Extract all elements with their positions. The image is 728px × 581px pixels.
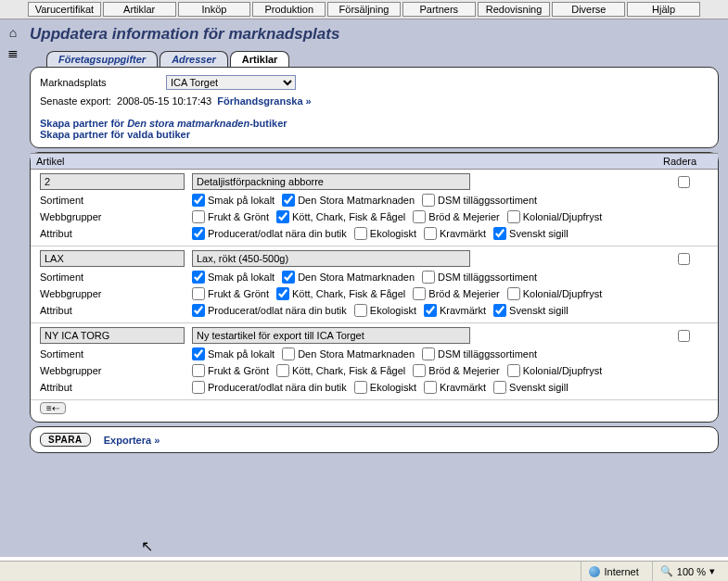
sortiment-checkbox[interactable] xyxy=(192,271,205,284)
sortiment-checkbox[interactable] xyxy=(282,271,295,284)
attribut-checkbox[interactable] xyxy=(493,304,506,317)
menu-redovisning[interactable]: Redovisning xyxy=(478,2,551,17)
sortiment-checkbox[interactable] xyxy=(282,194,295,207)
webbgrupper-checkbox[interactable] xyxy=(413,210,426,223)
webbgrupper-option[interactable]: Bröd & Mejerier xyxy=(413,287,499,300)
webbgrupper-checkbox[interactable] xyxy=(507,364,520,377)
export-link[interactable]: Exportera » xyxy=(104,435,160,446)
sortiment-checkbox[interactable] xyxy=(422,347,435,360)
webbgrupper-option[interactable]: Frukt & Grönt xyxy=(192,287,269,300)
menu-produktion[interactable]: Produktion xyxy=(252,2,326,17)
webbgrupper-checkbox[interactable] xyxy=(192,210,205,223)
attribut-checkbox[interactable] xyxy=(192,227,205,240)
delete-checkbox[interactable] xyxy=(678,176,690,188)
attribut-checkbox[interactable] xyxy=(424,304,437,317)
webbgrupper-checkbox[interactable] xyxy=(276,210,289,223)
attribut-option[interactable]: Kravmärkt xyxy=(424,227,486,240)
tab-företagsuppgifter[interactable]: Företagsuppgifter xyxy=(46,51,158,67)
delete-checkbox[interactable] xyxy=(678,330,690,342)
attribut-checkbox[interactable] xyxy=(192,381,205,394)
pager-icon[interactable]: ≡⇠ xyxy=(40,402,66,414)
sortiment-checkbox[interactable] xyxy=(192,347,205,360)
attribut-option[interactable]: Producerat/odlat nära din butik xyxy=(192,304,347,317)
sortiment-checkbox[interactable] xyxy=(422,194,435,207)
webbgrupper-checkbox[interactable] xyxy=(192,364,205,377)
menu-försäljning[interactable]: Försäljning xyxy=(327,2,401,17)
sortiment-checkbox[interactable] xyxy=(282,347,295,360)
save-button[interactable]: SPARA xyxy=(40,433,91,447)
sortiment-option[interactable]: Smak på lokalt xyxy=(192,194,275,207)
sortiment-checkbox[interactable] xyxy=(422,271,435,284)
partner-link-2[interactable]: Skapa partner för valda butiker xyxy=(40,129,190,140)
webbgrupper-checkbox[interactable] xyxy=(507,287,520,300)
webbgrupper-option[interactable]: Bröd & Mejerier xyxy=(413,210,499,223)
article-id-input[interactable] xyxy=(40,250,185,267)
article-name-input[interactable] xyxy=(192,173,470,190)
attribut-option[interactable]: Kravmärkt xyxy=(424,304,486,317)
menu-partners[interactable]: Partners xyxy=(402,2,476,17)
sortiment-option[interactable]: DSM tilläggssortiment xyxy=(422,271,537,284)
sortiment-option[interactable]: Smak på lokalt xyxy=(192,347,275,360)
tab-artiklar[interactable]: Artiklar xyxy=(230,51,290,67)
attribut-option[interactable]: Ekologiskt xyxy=(354,381,416,394)
home-icon[interactable]: ⌂ xyxy=(9,25,17,40)
preview-link[interactable]: Förhandsgranska » xyxy=(217,95,311,107)
attribut-option[interactable]: Svenskt sigill xyxy=(493,381,568,394)
webbgrupper-option[interactable]: Frukt & Grönt xyxy=(192,364,269,377)
webbgrupper-label: Webbgrupper xyxy=(40,211,192,222)
attribut-option[interactable]: Svenskt sigill xyxy=(493,227,568,240)
webbgrupper-option[interactable]: Kolonial/Djupfryst xyxy=(507,210,603,223)
attribut-option[interactable]: Ekologiskt xyxy=(354,227,416,240)
webbgrupper-option[interactable]: Kött, Chark, Fisk & Fågel xyxy=(276,210,405,223)
article-id-input[interactable] xyxy=(40,173,185,190)
status-zoom[interactable]: 🔍 100 % ▾ xyxy=(652,562,722,581)
sortiment-option[interactable]: Den Stora Matmarknaden xyxy=(282,347,415,360)
menu-hjälp[interactable]: Hjälp xyxy=(627,2,700,17)
sortiment-option[interactable]: Den Stora Matmarknaden xyxy=(282,271,415,284)
article-id-input[interactable] xyxy=(40,327,185,344)
attribut-checkbox[interactable] xyxy=(354,227,367,240)
delete-checkbox[interactable] xyxy=(678,253,690,265)
webbgrupper-checkbox[interactable] xyxy=(192,287,205,300)
webbgrupper-option[interactable]: Kolonial/Djupfryst xyxy=(507,287,603,300)
webbgrupper-checkbox[interactable] xyxy=(276,364,289,377)
webbgrupper-checkbox[interactable] xyxy=(413,287,426,300)
attribut-option[interactable]: Producerat/odlat nära din butik xyxy=(192,227,347,240)
attribut-checkbox[interactable] xyxy=(192,304,205,317)
attribut-option[interactable]: Producerat/odlat nära din butik xyxy=(192,381,347,394)
article-block: SortimentSmak på lokaltDen Stora Matmark… xyxy=(31,246,718,323)
attribut-option[interactable]: Kravmärkt xyxy=(424,381,486,394)
webbgrupper-option[interactable]: Kött, Chark, Fisk & Fågel xyxy=(276,287,405,300)
partner-link-1[interactable]: Skapa partner för Den stora matmarknaden… xyxy=(40,118,287,129)
webbgrupper-option[interactable]: Bröd & Mejerier xyxy=(413,364,499,377)
article-name-input[interactable] xyxy=(192,250,470,267)
attribut-checkbox[interactable] xyxy=(424,381,437,394)
article-name-input[interactable] xyxy=(192,327,470,344)
attribut-checkbox[interactable] xyxy=(354,381,367,394)
attribut-option[interactable]: Svenskt sigill xyxy=(493,304,568,317)
menu-inköp[interactable]: Inköp xyxy=(178,2,251,17)
sortiment-option[interactable]: DSM tilläggssortiment xyxy=(422,194,537,207)
webbgrupper-option[interactable]: Kolonial/Djupfryst xyxy=(507,364,603,377)
menu-artiklar[interactable]: Artiklar xyxy=(103,2,176,17)
attribut-option[interactable]: Ekologiskt xyxy=(354,304,416,317)
attribut-checkbox[interactable] xyxy=(493,381,506,394)
attribut-checkbox[interactable] xyxy=(493,227,506,240)
tab-adresser[interactable]: Adresser xyxy=(160,51,228,67)
webbgrupper-checkbox[interactable] xyxy=(276,287,289,300)
status-internet: Internet xyxy=(581,562,645,581)
sortiment-option[interactable]: Den Stora Matmarknaden xyxy=(282,194,415,207)
list-icon[interactable]: ≣ xyxy=(7,45,19,60)
webbgrupper-checkbox[interactable] xyxy=(413,364,426,377)
menu-diverse[interactable]: Diverse xyxy=(552,2,625,17)
sortiment-option[interactable]: Smak på lokalt xyxy=(192,271,275,284)
attribut-checkbox[interactable] xyxy=(424,227,437,240)
menu-varucertifikat[interactable]: Varucertifikat xyxy=(28,2,101,17)
attribut-checkbox[interactable] xyxy=(354,304,367,317)
marketplace-select[interactable]: ICA Torget xyxy=(166,75,296,90)
webbgrupper-option[interactable]: Kött, Chark, Fisk & Fågel xyxy=(276,364,405,377)
sortiment-checkbox[interactable] xyxy=(192,194,205,207)
webbgrupper-checkbox[interactable] xyxy=(507,210,520,223)
webbgrupper-option[interactable]: Frukt & Grönt xyxy=(192,210,269,223)
sortiment-option[interactable]: DSM tilläggssortiment xyxy=(422,347,537,360)
